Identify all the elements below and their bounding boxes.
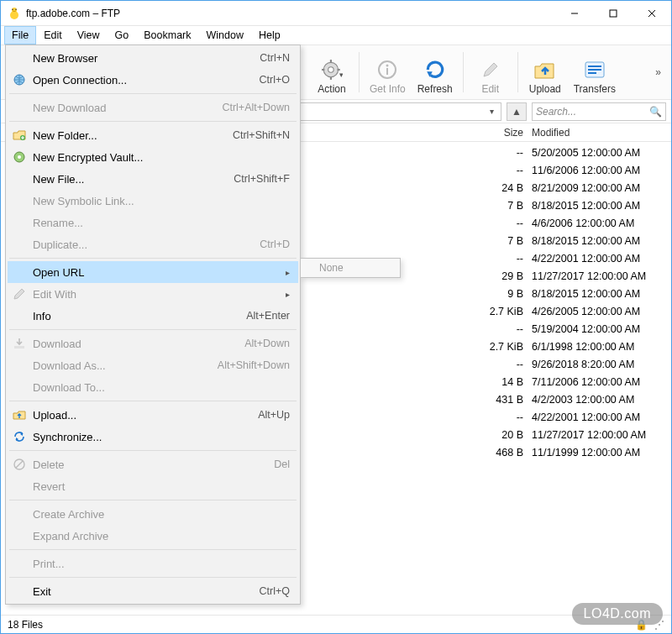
minimize-button[interactable] bbox=[555, 1, 594, 26]
menu-item-label: Create Archive bbox=[33, 508, 290, 521]
cell-size: 14 B bbox=[481, 376, 532, 388]
svg-point-16 bbox=[386, 65, 389, 67]
svg-point-26 bbox=[18, 155, 21, 159]
chevron-right-icon: ▸ bbox=[286, 268, 290, 277]
cell-size: 431 B bbox=[481, 394, 532, 406]
menu-item-new-encrypted-vault[interactable]: New Encrypted Vault... bbox=[8, 146, 298, 168]
menu-item-shortcut: Del bbox=[274, 458, 290, 470]
menu-separator bbox=[9, 258, 297, 259]
cell-size: -- bbox=[481, 217, 532, 229]
transfers-icon bbox=[583, 58, 606, 81]
menu-item-label: Delete bbox=[33, 458, 274, 471]
menu-window[interactable]: Window bbox=[199, 26, 251, 45]
cell-size: 9 B bbox=[481, 288, 532, 300]
svg-rect-22 bbox=[588, 72, 596, 74]
svg-point-9 bbox=[328, 67, 334, 73]
cell-modified: 4/26/2005 12:00:00 AM bbox=[532, 306, 666, 317]
submenu-none: None bbox=[319, 262, 344, 274]
delete-icon bbox=[12, 457, 27, 472]
openurl-submenu: None bbox=[300, 258, 401, 278]
cell-modified: 7/11/2006 12:00:00 AM bbox=[532, 376, 666, 388]
menu-help[interactable]: Help bbox=[251, 26, 288, 45]
close-button[interactable] bbox=[633, 1, 671, 26]
cell-modified: 11/1/1999 12:00:00 AM bbox=[532, 447, 666, 458]
cell-modified: 4/22/2001 12:00:00 AM bbox=[532, 253, 666, 265]
menu-item-print: Print... bbox=[8, 553, 298, 574]
menu-item-synchronize[interactable]: Synchronize... bbox=[8, 426, 298, 448]
toolbar-transfers[interactable]: Transfers bbox=[569, 48, 621, 97]
cell-modified: 5/20/2005 12:00:00 AM bbox=[532, 147, 666, 159]
menu-item-shortcut: Ctrl+O bbox=[260, 74, 290, 86]
upload-icon bbox=[12, 407, 27, 422]
go-up-button[interactable]: ▲ bbox=[507, 102, 527, 121]
triangle-up-icon: ▲ bbox=[512, 106, 522, 118]
svg-point-2 bbox=[12, 8, 13, 10]
menu-item-info[interactable]: InfoAlt+Enter bbox=[8, 305, 298, 327]
svg-point-3 bbox=[15, 8, 17, 10]
menu-item-download: DownloadAlt+Down bbox=[8, 333, 298, 354]
menu-item-label: Rename... bbox=[33, 217, 290, 229]
menu-item-shortcut: Alt+Shift+Down bbox=[218, 359, 290, 371]
cell-modified: 4/6/2006 12:00:00 AM bbox=[532, 217, 666, 229]
toolbar-action[interactable]: ▾ Action bbox=[310, 48, 354, 97]
col-modified[interactable]: Modified bbox=[532, 127, 666, 139]
vault-icon bbox=[12, 149, 27, 165]
menu-item-new-folder[interactable]: New Folder...Ctrl+Shift+N bbox=[8, 124, 298, 146]
pencil-icon bbox=[479, 58, 502, 81]
menu-item-new-browser[interactable]: New BrowserCtrl+N bbox=[8, 47, 298, 69]
menu-item-exit[interactable]: ExitCtrl+Q bbox=[8, 580, 298, 602]
toolbar-overflow[interactable]: » bbox=[650, 63, 666, 81]
menu-item-label: Synchronize... bbox=[33, 431, 290, 443]
cell-modified: 8/18/2015 12:00:00 AM bbox=[532, 288, 666, 300]
menu-item-open-url[interactable]: Open URL▸ bbox=[8, 261, 298, 283]
menu-item-new-file[interactable]: New File...Ctrl+Shift+F bbox=[8, 168, 298, 190]
toolbar-refresh[interactable]: Refresh bbox=[412, 48, 458, 97]
chevron-down-icon: ▾ bbox=[486, 107, 497, 116]
maximize-button[interactable] bbox=[594, 1, 633, 26]
menu-item-upload[interactable]: Upload...Alt+Up bbox=[8, 404, 298, 426]
menu-view[interactable]: View bbox=[70, 26, 108, 45]
col-size[interactable]: Size bbox=[481, 127, 532, 139]
menu-item-label: New Symbolic Link... bbox=[33, 195, 290, 207]
menu-separator bbox=[9, 121, 297, 122]
menu-bookmark[interactable]: Bookmark bbox=[136, 26, 198, 45]
menu-item-label: Exit bbox=[33, 585, 260, 598]
menu-item-create-archive: Create Archive bbox=[8, 503, 298, 525]
menu-item-label: Download To... bbox=[33, 381, 290, 394]
menu-item-new-symbolic-link: New Symbolic Link... bbox=[8, 190, 298, 212]
menu-separator bbox=[9, 577, 297, 578]
titlebar: ftp.adobe.com – FTP bbox=[1, 1, 671, 26]
svg-rect-5 bbox=[610, 10, 617, 17]
menu-item-label: Edit With bbox=[33, 288, 281, 301]
svg-rect-27 bbox=[14, 346, 24, 348]
menu-edit[interactable]: Edit bbox=[36, 26, 70, 45]
status-left: 18 Files bbox=[8, 619, 43, 631]
menu-go[interactable]: Go bbox=[108, 26, 137, 45]
toolbar-edit[interactable]: Edit bbox=[469, 48, 512, 97]
cell-modified: 11/27/2017 12:00:00 AM bbox=[532, 429, 666, 441]
toolbar-upload[interactable]: Upload bbox=[523, 48, 567, 97]
cell-modified: 8/18/2015 12:00:00 AM bbox=[532, 200, 666, 212]
search-input[interactable]: Search... 🔍 bbox=[532, 102, 666, 121]
cell-size: 468 B bbox=[481, 447, 532, 458]
menu-item-rename: Rename... bbox=[8, 212, 298, 233]
menu-item-label: Print... bbox=[33, 558, 290, 570]
menu-file[interactable]: File bbox=[4, 26, 36, 45]
toolbar-getinfo[interactable]: Get Info bbox=[365, 48, 411, 97]
cell-modified: 5/19/2004 12:00:00 AM bbox=[532, 323, 666, 335]
menu-item-download-as: Download As...Alt+Shift+Down bbox=[8, 354, 298, 376]
globe-icon bbox=[12, 72, 27, 87]
cell-size: -- bbox=[481, 411, 532, 423]
cell-size: -- bbox=[481, 165, 532, 176]
cell-modified: 11/6/2006 12:00:00 AM bbox=[532, 165, 666, 176]
svg-text:▾: ▾ bbox=[339, 71, 343, 79]
menu-item-edit-with: Edit With▸ bbox=[8, 283, 298, 305]
sync-icon bbox=[12, 429, 27, 444]
app-icon bbox=[8, 7, 21, 20]
menu-item-revert: Revert bbox=[8, 475, 298, 497]
cell-modified: 8/21/2009 12:00:00 AM bbox=[532, 182, 666, 194]
menu-item-label: Download bbox=[33, 338, 244, 350]
menu-item-open-connection[interactable]: Open Connection...Ctrl+O bbox=[8, 69, 298, 91]
menu-separator bbox=[9, 93, 297, 94]
window-title: ftp.adobe.com – FTP bbox=[26, 8, 120, 19]
